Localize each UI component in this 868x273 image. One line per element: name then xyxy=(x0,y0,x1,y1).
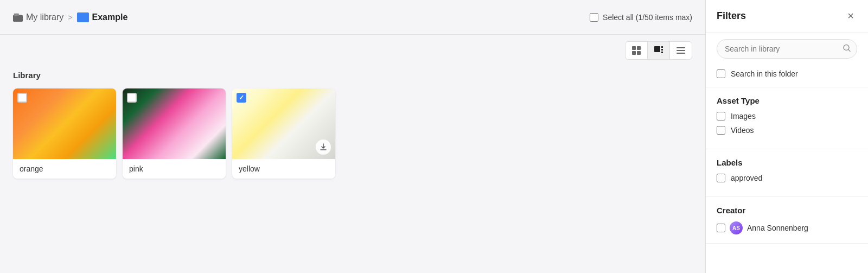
breadcrumb-library[interactable]: My library xyxy=(13,12,63,22)
view-toggle xyxy=(625,41,692,60)
creator-initials-anna: AS xyxy=(732,225,740,231)
svg-rect-0 xyxy=(13,15,23,22)
filter-item-videos: Videos xyxy=(717,126,857,135)
search-folder-container: Search in this folder xyxy=(706,65,868,87)
image-label-pink: pink xyxy=(123,159,226,179)
filters-sidebar: Filters × Search in this folder Asset Ty… xyxy=(705,0,868,273)
image-label-orange: orange xyxy=(13,159,116,179)
asset-type-title: Asset Type xyxy=(717,96,857,105)
filter-creator: Creator AS Anna Sonnenberg xyxy=(706,197,868,244)
search-folder-checkbox[interactable] xyxy=(717,69,725,78)
creator-info-anna: AS Anna Sonnenberg xyxy=(730,221,808,234)
filter-anna-checkbox[interactable] xyxy=(717,224,725,232)
view-btn-large-grid[interactable] xyxy=(648,42,670,59)
select-all-container: Select all (1/50 items max) xyxy=(590,13,692,22)
creator-avatar-anna: AS xyxy=(730,221,743,234)
card-checkbox-yellow[interactable] xyxy=(237,93,246,103)
filter-videos-checkbox[interactable] xyxy=(717,126,725,135)
filter-asset-type: Asset Type Images Videos xyxy=(706,87,868,149)
filter-videos-label[interactable]: Videos xyxy=(731,126,754,135)
svg-rect-1 xyxy=(14,13,19,16)
filter-labels: Labels approved xyxy=(706,149,868,197)
svg-rect-4 xyxy=(632,51,636,55)
svg-rect-3 xyxy=(637,46,641,50)
close-filters-button[interactable]: × xyxy=(844,9,857,23)
card-checkbox-orange[interactable] xyxy=(17,93,27,103)
sidebar-header: Filters × xyxy=(706,0,868,33)
image-thumb-yellow xyxy=(232,88,335,159)
filter-images-label[interactable]: Images xyxy=(731,112,756,120)
select-all-checkbox[interactable] xyxy=(590,13,598,22)
creator-item-anna: AS Anna Sonnenberg xyxy=(717,221,857,234)
image-thumb-orange xyxy=(13,88,116,159)
card-checkbox-pink[interactable] xyxy=(127,93,137,103)
image-grid: orange pink xyxy=(13,88,692,179)
svg-rect-6 xyxy=(654,46,660,52)
svg-rect-10 xyxy=(676,47,685,48)
image-card-orange[interactable]: orange xyxy=(13,88,116,179)
image-label-yellow: yellow xyxy=(232,159,335,179)
current-folder-label: Example xyxy=(92,12,128,22)
search-folder-label[interactable]: Search in this folder xyxy=(731,69,798,78)
creator-title: Creator xyxy=(717,206,857,215)
list-icon xyxy=(676,46,685,55)
breadcrumb-separator: > xyxy=(68,13,72,22)
library-section: Library orange pink xyxy=(0,66,705,273)
large-grid-icon xyxy=(654,46,663,55)
orange-flower-image xyxy=(13,88,116,159)
filter-item-images: Images xyxy=(717,112,857,120)
library-label: My library xyxy=(26,12,63,22)
select-all-label: Select all (1/50 items max) xyxy=(603,13,692,22)
image-thumb-pink xyxy=(123,88,226,159)
header: My library > Example Select all (1/50 it… xyxy=(0,0,705,35)
pink-flower-image xyxy=(123,88,226,159)
svg-rect-8 xyxy=(661,49,663,50)
creator-name-anna[interactable]: Anna Sonnenberg xyxy=(747,224,808,232)
filter-approved-label[interactable]: approved xyxy=(731,174,762,182)
svg-rect-12 xyxy=(676,53,685,54)
toolbar xyxy=(0,35,705,66)
svg-rect-7 xyxy=(661,46,663,48)
breadcrumb: My library > Example xyxy=(13,12,127,22)
svg-rect-5 xyxy=(637,51,641,55)
search-library-box xyxy=(717,39,857,59)
search-icon xyxy=(843,45,851,54)
view-btn-small-grid[interactable] xyxy=(626,42,648,59)
svg-rect-11 xyxy=(676,50,685,51)
library-icon xyxy=(13,12,23,22)
svg-line-14 xyxy=(848,50,850,52)
main-content: My library > Example Select all (1/50 it… xyxy=(0,0,705,273)
download-icon xyxy=(320,143,327,151)
view-btn-list[interactable] xyxy=(670,42,692,59)
filter-images-checkbox[interactable] xyxy=(717,112,725,120)
filter-item-approved: approved xyxy=(717,174,857,182)
search-library-input[interactable] xyxy=(717,39,857,59)
svg-rect-9 xyxy=(661,52,663,53)
small-grid-icon xyxy=(632,46,641,55)
filters-title: Filters xyxy=(717,10,746,22)
folder-icon xyxy=(77,12,89,22)
breadcrumb-current: Example xyxy=(77,12,128,22)
card-download-yellow[interactable] xyxy=(316,139,331,155)
image-card-pink[interactable]: pink xyxy=(123,88,226,179)
filter-approved-checkbox[interactable] xyxy=(717,174,725,182)
svg-rect-2 xyxy=(632,46,636,50)
section-title: Library xyxy=(13,71,692,80)
image-card-yellow[interactable]: yellow xyxy=(232,88,335,179)
labels-title: Labels xyxy=(717,158,857,167)
